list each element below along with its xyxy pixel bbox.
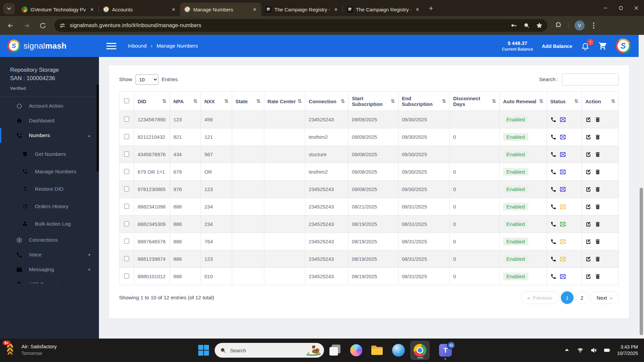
teams-button[interactable]: T 45 — [438, 343, 453, 358]
browser-tab-the-campaign-registry-[interactable]: The Campaign Registry -✕ — [343, 3, 424, 16]
delete-icon[interactable] — [595, 221, 601, 227]
sort-icon[interactable]: ⇅ — [574, 98, 579, 104]
voice-status-phone-icon[interactable] — [550, 221, 556, 227]
page-size-select[interactable]: 10 — [136, 74, 158, 85]
sidebar-item-orders-history[interactable]: Orders History — [0, 198, 99, 215]
page-scrollbar[interactable] — [639, 35, 644, 339]
task-view-button[interactable] — [327, 343, 342, 358]
sidebar-item-messaging[interactable]: Messaging▼ — [0, 262, 99, 277]
sidebar-item-manage-numbers[interactable]: Manage Numbers — [0, 163, 99, 180]
cart-icon[interactable] — [598, 42, 607, 50]
row-checkbox[interactable] — [124, 256, 129, 261]
sort-icon[interactable]: ⇅ — [256, 98, 261, 104]
wifi-icon[interactable] — [577, 347, 584, 354]
edit-icon[interactable] — [585, 274, 591, 280]
clock[interactable]: 3:43 PM 10/7/2025 — [617, 344, 638, 357]
minimize-button[interactable] — [598, 0, 613, 16]
browser-app-button[interactable] — [391, 343, 406, 358]
row-checkbox[interactable] — [124, 221, 129, 226]
sidebar-item-account-action[interactable]: Account Action — [0, 99, 99, 113]
edit-icon[interactable] — [585, 169, 591, 175]
tab-close-icon[interactable]: ✕ — [414, 7, 421, 12]
sidebar-item-bulk-action-log[interactable]: Bulk Action Log — [0, 215, 99, 233]
voice-status-phone-icon[interactable] — [550, 169, 556, 175]
edit-icon[interactable] — [585, 221, 591, 227]
voice-status-phone-icon[interactable] — [550, 186, 556, 192]
voice-status-phone-icon[interactable] — [550, 134, 556, 140]
tab-close-icon[interactable]: ✕ — [170, 7, 177, 12]
sort-icon[interactable]: ⇅ — [162, 98, 166, 104]
zoom-icon[interactable] — [523, 22, 530, 29]
sms-status-envelope-icon[interactable] — [560, 117, 566, 123]
row-checkbox[interactable] — [124, 169, 129, 174]
row-checkbox[interactable] — [124, 117, 129, 122]
browser-tab-the-campaign-registry-[interactable]: The Campaign Registry -✕ — [261, 3, 342, 16]
sidebar-item-connections[interactable]: Connections — [0, 233, 99, 247]
sms-status-envelope-icon[interactable] — [560, 152, 566, 158]
voice-status-phone-icon[interactable] — [550, 117, 556, 123]
search-input[interactable] — [562, 73, 619, 85]
breadcrumb-parent[interactable]: Inbound — [128, 43, 147, 49]
close-window-button[interactable] — [629, 0, 644, 16]
sort-icon[interactable]: ⇅ — [298, 98, 302, 104]
sms-status-envelope-icon[interactable] — [560, 256, 566, 262]
edit-icon[interactable] — [585, 117, 591, 123]
url-text[interactable]: signalmash.gventure.info/#/inbound/manag… — [70, 22, 511, 28]
sidebar-scrollbar[interactable] — [97, 84, 99, 172]
sort-icon[interactable]: ⇅ — [611, 98, 615, 104]
row-checkbox[interactable] — [124, 134, 129, 139]
sms-status-envelope-icon[interactable] — [560, 204, 566, 210]
delete-icon[interactable] — [595, 169, 601, 175]
bookmark-star-icon[interactable] — [536, 22, 543, 29]
forward-button[interactable] — [21, 20, 32, 31]
sidebar-toggle-icon[interactable] — [106, 43, 116, 49]
site-info-icon[interactable] — [59, 22, 66, 29]
sidebar-item-a2p-campaign[interactable]: A2P Campaign▼ — [0, 277, 99, 283]
sidebar-item-numbers[interactable]: Numbers▲ — [0, 128, 99, 143]
edit-icon[interactable] — [585, 152, 591, 158]
sort-icon[interactable]: ⇅ — [193, 98, 198, 104]
reload-button[interactable] — [37, 20, 48, 31]
tray-chevron-up-icon[interactable] — [564, 347, 570, 354]
delete-icon[interactable] — [595, 239, 601, 245]
sort-icon[interactable]: ⇅ — [492, 98, 496, 104]
row-checkbox[interactable] — [124, 274, 129, 279]
start-button[interactable] — [196, 343, 211, 358]
page-scrollbar-thumb[interactable] — [640, 188, 643, 335]
row-checkbox[interactable] — [124, 186, 129, 191]
account-logo-icon[interactable]: S — [616, 39, 631, 53]
row-checkbox[interactable] — [124, 152, 129, 157]
chrome-button[interactable] — [411, 341, 429, 360]
copilot-button[interactable] — [349, 343, 364, 358]
sms-status-envelope-icon[interactable] — [560, 169, 566, 175]
battery-icon[interactable] — [604, 347, 610, 354]
extensions-icon[interactable] — [555, 22, 562, 29]
next-page-button[interactable]: Next» — [590, 291, 619, 304]
sidebar-item-voice[interactable]: Voice▼ — [0, 247, 99, 262]
delete-icon[interactable] — [595, 256, 601, 262]
sms-status-envelope-icon[interactable] — [560, 239, 566, 245]
add-balance-button[interactable]: Add Balance — [542, 43, 572, 49]
sidebar-item-restore-did[interactable]: Restore DID — [0, 180, 99, 198]
edit-icon[interactable] — [585, 134, 591, 140]
voice-status-phone-icon[interactable] — [550, 239, 556, 245]
file-explorer-button[interactable] — [370, 343, 384, 358]
delete-icon[interactable] — [595, 204, 601, 210]
voice-status-phone-icon[interactable] — [550, 274, 556, 280]
sms-status-envelope-icon[interactable] — [560, 221, 566, 227]
previous-page-button[interactable]: «Previous — [521, 291, 559, 304]
page-button-2[interactable]: 2 — [576, 291, 588, 304]
delete-icon[interactable] — [595, 186, 601, 192]
weather-widget[interactable]: 9+ Air: Satisfactory Tomorrow — [5, 342, 57, 357]
tab-close-icon[interactable]: ✕ — [252, 7, 258, 12]
url-bar[interactable]: signalmash.gventure.info/#/inbound/manag… — [54, 19, 547, 32]
taskbar-search[interactable]: Search — [215, 343, 324, 358]
sort-icon[interactable]: ⇅ — [442, 98, 446, 104]
voice-status-phone-icon[interactable] — [550, 152, 556, 158]
tab-search-button[interactable] — [3, 3, 15, 14]
browser-menu-icon[interactable] — [590, 22, 597, 29]
edit-icon[interactable] — [585, 239, 591, 245]
row-checkbox[interactable] — [124, 239, 129, 244]
sidebar-item-get-numbers[interactable]: Get Numbers — [0, 145, 99, 163]
sidebar-item-dashboard[interactable]: Dashboard — [0, 113, 99, 128]
